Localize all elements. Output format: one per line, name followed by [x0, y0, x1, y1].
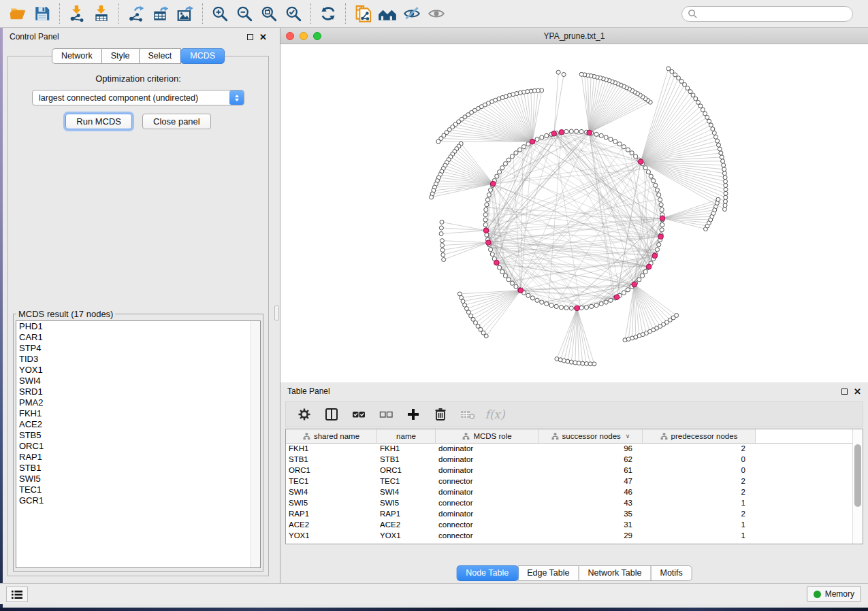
mcds-hub-node[interactable] [614, 295, 620, 300]
mcds-hub-node[interactable] [551, 131, 557, 137]
tab-select[interactable]: Select [139, 48, 182, 64]
table-row[interactable]: YOX1YOX1connector291 [286, 531, 863, 542]
satellite-node[interactable] [679, 80, 684, 84]
mcds-result-item[interactable]: GCR1 [16, 495, 260, 506]
table-row[interactable]: STB1STB1dominator620 [286, 455, 863, 465]
mcds-hub-node[interactable] [632, 282, 637, 287]
satellite-node[interactable] [673, 73, 677, 77]
satellite-node[interactable] [696, 100, 701, 104]
ring-node[interactable] [489, 188, 493, 192]
tab-motifs[interactable]: Motifs [650, 565, 692, 581]
ring-node[interactable] [559, 306, 563, 310]
mcds-result-item[interactable]: ACE2 [16, 419, 260, 430]
import-network-icon[interactable] [65, 2, 89, 25]
deselect-all-icon[interactable] [376, 404, 396, 425]
status-menu-button[interactable] [6, 587, 28, 602]
satellite-node[interactable] [723, 208, 727, 212]
ring-node[interactable] [554, 304, 558, 308]
satellite-node[interactable] [718, 147, 722, 151]
refresh-icon[interactable] [316, 2, 340, 25]
satellite-node[interactable] [430, 195, 434, 199]
vertical-splitter[interactable] [274, 28, 280, 587]
ring-node[interactable] [609, 137, 613, 142]
column-header-predecessor-nodes[interactable]: predecessor nodes [643, 429, 756, 443]
float-panel-icon[interactable] [247, 34, 253, 40]
export-image-icon[interactable] [173, 2, 197, 25]
table-row[interactable]: PHD1PHD1dominator180 [286, 542, 863, 544]
mcds-result-item[interactable]: STB5 [16, 430, 260, 441]
mcds-result-item[interactable]: PHD1 [16, 321, 260, 332]
satellite-node[interactable] [724, 191, 728, 195]
hide-selected-icon[interactable] [400, 2, 424, 25]
column-header-name[interactable]: name [377, 429, 436, 443]
mcds-hub-node[interactable] [490, 181, 496, 186]
ring-node[interactable] [584, 306, 588, 310]
column-header-shared-name[interactable]: shared name [286, 429, 377, 443]
mcds-result-item[interactable]: RAP1 [16, 452, 260, 463]
ring-node[interactable] [487, 193, 491, 197]
ring-node[interactable] [535, 298, 539, 302]
mcds-result-item[interactable]: TID3 [16, 354, 260, 365]
satellite-node[interactable] [436, 139, 440, 144]
satellite-node[interactable] [719, 151, 723, 155]
satellite-node[interactable] [683, 82, 687, 86]
run-mcds-button[interactable]: Run MCDS [65, 114, 132, 129]
delete-table-icon[interactable] [457, 404, 478, 425]
satellite-node[interactable] [573, 361, 577, 365]
satellite-node[interactable] [581, 361, 585, 365]
satellite-node[interactable] [585, 362, 589, 366]
ring-node[interactable] [604, 135, 608, 139]
select-all-icon[interactable] [349, 404, 369, 425]
satellite-node[interactable] [688, 90, 692, 94]
float-panel-icon[interactable] [841, 389, 848, 395]
satellite-node[interactable] [556, 70, 560, 74]
ring-node[interactable] [658, 198, 662, 202]
memory-button[interactable]: Memory [807, 586, 861, 602]
mcds-hub-node[interactable] [483, 228, 489, 233]
ring-node[interactable] [657, 193, 661, 197]
mcds-result-item[interactable]: STP4 [16, 343, 260, 354]
ring-node[interactable] [590, 304, 594, 308]
mcds-result-item[interactable]: SWI4 [16, 376, 260, 386]
ring-node[interactable] [660, 222, 664, 227]
split-view-icon[interactable] [321, 404, 342, 425]
satellite-node[interactable] [569, 360, 573, 364]
ring-node[interactable] [626, 148, 630, 152]
close-panel-icon[interactable]: ✕ [259, 34, 267, 40]
table-row[interactable]: ACE2ACE2connector311 [286, 520, 863, 531]
ring-node[interactable] [522, 145, 526, 149]
criterion-dropdown[interactable]: largest connected component (undirected) [32, 90, 244, 105]
mcds-result-item[interactable]: ORC1 [16, 441, 260, 452]
table-row[interactable]: TEC1TEC1connector472 [286, 476, 863, 487]
ring-node[interactable] [660, 208, 664, 212]
ring-node[interactable] [495, 174, 499, 178]
ring-node[interactable] [545, 302, 549, 306]
network-graph[interactable] [280, 44, 868, 382]
satellite-node[interactable] [724, 180, 728, 184]
mcds-result-list[interactable]: PHD1CAR1STP4TID3YOX1SWI4SRD1PMA2FKH1ACE2… [16, 320, 261, 568]
import-table-icon[interactable] [89, 2, 114, 25]
ring-node[interactable] [622, 291, 626, 295]
close-panel-icon[interactable]: ✕ [854, 389, 861, 395]
mcds-result-item[interactable]: FKH1 [16, 408, 260, 419]
ring-node[interactable] [485, 233, 489, 237]
zoom-in-icon[interactable] [208, 2, 232, 25]
ring-node[interactable] [545, 133, 549, 137]
ring-node[interactable] [599, 133, 603, 137]
ring-node[interactable] [613, 139, 617, 144]
ring-node[interactable] [564, 306, 568, 310]
satellite-node[interactable] [724, 184, 728, 188]
ring-node[interactable] [530, 296, 534, 300]
scrollbar-thumb[interactable] [854, 444, 861, 507]
mcds-result-item[interactable]: SRD1 [16, 386, 260, 397]
ring-node[interactable] [646, 170, 650, 174]
splitter-grip[interactable] [274, 306, 279, 320]
ring-node[interactable] [634, 154, 638, 159]
ring-node[interactable] [657, 243, 661, 247]
satellite-node[interactable] [724, 188, 728, 192]
satellite-node[interactable] [675, 314, 679, 318]
ring-node[interactable] [575, 129, 579, 133]
tab-network[interactable]: Network [52, 48, 102, 64]
satellite-node[interactable] [714, 135, 718, 139]
add-column-icon[interactable] [403, 404, 423, 425]
